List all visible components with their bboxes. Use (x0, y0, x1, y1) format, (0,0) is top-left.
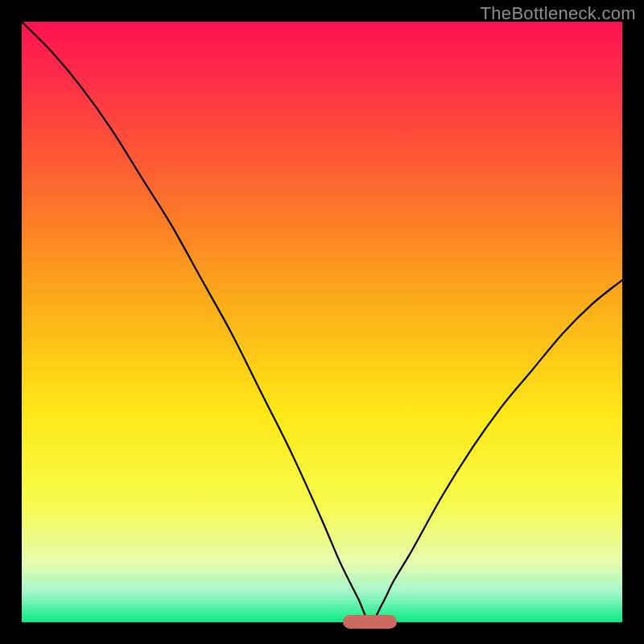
optimal-point-marker (343, 615, 397, 629)
plot-area (22, 22, 622, 622)
chart-frame: TheBottleneck.com (0, 0, 644, 644)
chart-svg (22, 22, 622, 622)
gradient-background (22, 22, 622, 622)
